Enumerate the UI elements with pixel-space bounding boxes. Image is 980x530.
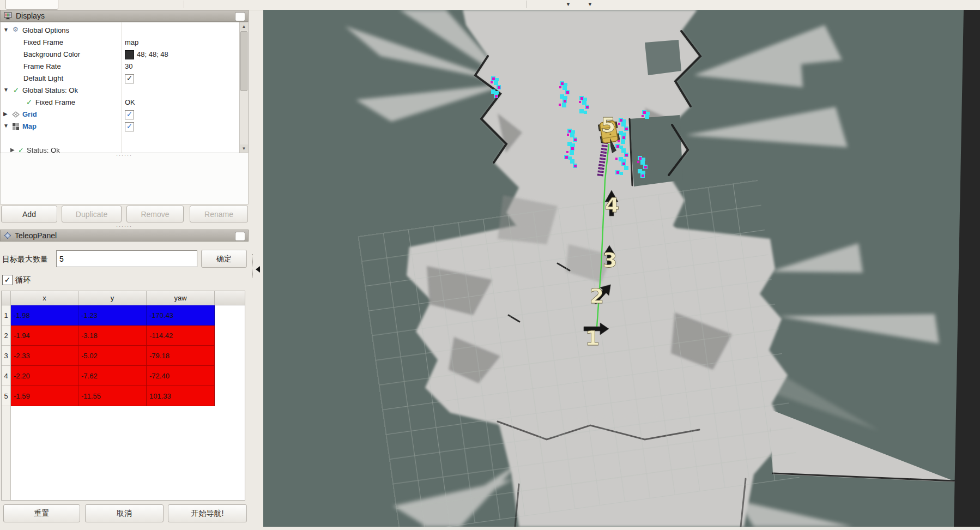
tree-value[interactable]: 30 <box>125 62 132 70</box>
cell-yaw[interactable]: -114.42 <box>147 326 215 346</box>
remove-button[interactable]: Remove <box>126 206 184 222</box>
grid-icon <box>12 111 20 118</box>
tree-row-fixed-frame-status[interactable]: ✓ Fixed Frame OK <box>1 97 239 109</box>
column-header-x[interactable]: x <box>11 291 78 305</box>
cell-x[interactable]: -1.94 <box>11 326 78 346</box>
cell-yaw[interactable]: 101.33 <box>147 386 215 406</box>
expand-closed-icon[interactable]: ▶ <box>3 111 8 117</box>
rename-button[interactable]: Rename <box>190 206 248 222</box>
table-corner-cell <box>2 291 11 305</box>
cell-x[interactable]: -1.98 <box>11 305 78 326</box>
column-header-empty <box>215 291 245 305</box>
expand-closed-icon[interactable]: ▶ <box>10 147 15 153</box>
tree-row-global-options[interactable]: ▼ ⚙ Global Options <box>1 25 239 37</box>
cancel-button[interactable]: 取消 <box>85 504 164 522</box>
tree-label: Grid <box>22 110 37 118</box>
status-ok-check-icon: ✓ <box>18 146 24 153</box>
checkbox-checked[interactable]: ✓ <box>125 110 134 119</box>
display-monitor-icon <box>4 12 13 20</box>
cell-yaw[interactable]: -79.18 <box>147 346 215 366</box>
panel-collapse-icon[interactable] <box>256 266 260 273</box>
cell-y[interactable]: -3.18 <box>78 326 147 346</box>
tree-label: Map <box>22 122 37 130</box>
right-wall-band <box>954 10 980 527</box>
tree-row-fixed-frame[interactable]: Fixed Frame map <box>1 37 239 49</box>
teleop-panel-header[interactable]: TeleopPanel <box>0 230 249 242</box>
scroll-down-icon[interactable]: ▼ <box>240 144 248 153</box>
tree-label: Global Options <box>22 26 69 34</box>
row-number[interactable]: 4 <box>2 366 11 386</box>
reset-button[interactable]: 重置 <box>3 504 80 522</box>
waypoint-label-3: 3 <box>603 248 617 272</box>
displays-panel-header[interactable]: Displays <box>0 10 249 22</box>
cell-y[interactable]: -11.55 <box>78 386 147 406</box>
tree-column-divider <box>122 22 122 153</box>
cell-y[interactable]: -5.02 <box>78 346 147 366</box>
duplicate-button[interactable]: Duplicate <box>62 206 122 222</box>
teleop-panel-title: TeleopPanel <box>15 231 57 240</box>
row-number[interactable]: 1 <box>2 305 11 326</box>
row-number[interactable]: 5 <box>2 386 11 406</box>
confirm-button[interactable]: 确定 <box>201 250 247 268</box>
waypoint-label-2: 2 <box>590 284 604 308</box>
displays-empty-area <box>0 153 249 204</box>
column-header-y[interactable]: y <box>78 291 147 305</box>
tree-label: Fixed Frame <box>23 38 63 46</box>
goal-count-label: 目标最大数量 <box>2 255 48 264</box>
expand-open-icon[interactable]: ▼ <box>3 123 9 129</box>
row-number[interactable]: 2 <box>2 326 11 346</box>
cell-x[interactable]: -2.33 <box>11 346 78 366</box>
start-navigation-button[interactable]: 开始导航! <box>168 504 247 522</box>
loop-checkbox[interactable]: ✓ <box>2 275 13 285</box>
tree-label: Default Light <box>23 74 63 82</box>
tree-row-global-status[interactable]: ▼ ✓ Global Status: Ok <box>1 85 239 97</box>
column-header-yaw[interactable]: yaw <box>147 291 215 305</box>
cell-yaw[interactable]: -170.43 <box>147 305 215 326</box>
dropdown-arrow-icon[interactable]: ▼ <box>566 2 571 7</box>
cell-y[interactable]: -7.62 <box>78 366 147 386</box>
splitter-handle[interactable]: ······ <box>102 153 146 158</box>
tree-row-map-status-partial[interactable]: ▶ ✓ Status: Ok <box>1 144 239 153</box>
tree-scrollbar[interactable]: ▲ ▼ <box>239 22 248 153</box>
panel-diamond-icon <box>4 232 11 239</box>
splitter-handle[interactable]: ······ <box>102 224 146 229</box>
expand-open-icon[interactable]: ▼ <box>3 27 9 33</box>
tree-value[interactable]: map <box>125 38 138 46</box>
cell-x[interactable]: -1.59 <box>11 386 78 406</box>
cell-y[interactable]: -1.23 <box>78 305 147 326</box>
toolbar-button-partial[interactable] <box>5 0 58 10</box>
loop-label: 循环 <box>15 275 31 285</box>
scrollbar-thumb[interactable] <box>240 31 247 91</box>
panel-splitter[interactable] <box>252 254 253 278</box>
rviz-3d-viewport[interactable]: 1 2 3 4 5 <box>263 10 980 527</box>
add-button[interactable]: Add <box>1 206 57 222</box>
cell-x[interactable]: -2.20 <box>11 366 78 386</box>
gear-icon: ⚙ <box>13 26 19 33</box>
panel-float-button[interactable] <box>235 232 245 241</box>
color-swatch[interactable] <box>125 50 134 59</box>
tree-value[interactable]: 48; 48; 48 <box>137 50 168 58</box>
checkbox-checked[interactable]: ✓ <box>125 122 134 131</box>
scroll-up-icon[interactable]: ▲ <box>240 22 248 31</box>
map-icon <box>12 123 20 130</box>
tree-value: OK <box>125 98 135 106</box>
tree-label: Global Status: Ok <box>22 86 78 94</box>
tree-row-background-color[interactable]: Background Color 48; 48; 48 <box>1 49 239 61</box>
goal-count-input[interactable] <box>56 250 197 267</box>
tree-row-frame-rate[interactable]: Frame Rate 30 <box>1 61 239 73</box>
panel-float-button[interactable] <box>235 12 245 21</box>
tree-label: Fixed Frame <box>35 98 75 106</box>
top-toolbar: ▼ ▼ <box>0 0 980 10</box>
dropdown-arrow-icon[interactable]: ▼ <box>588 2 592 7</box>
tree-row-grid[interactable]: ▶ Grid ✓ <box>1 109 239 121</box>
tree-row-default-light[interactable]: Default Light ✓ <box>1 73 239 85</box>
waypoint-table[interactable]: x y yaw 1 -1.98 -1.23 -170.43 2 -1.94 -3… <box>1 291 245 501</box>
waypoint-label-5: 5 <box>601 113 615 137</box>
expand-open-icon[interactable]: ▼ <box>3 87 9 93</box>
cell-yaw[interactable]: -72.40 <box>147 366 215 386</box>
displays-tree[interactable]: ▼ ⚙ Global Options Fixed Frame map Backg… <box>0 22 249 153</box>
tree-row-map[interactable]: ▼ Map ✓ <box>1 121 239 132</box>
checkbox-checked[interactable]: ✓ <box>125 74 134 83</box>
row-number[interactable]: 3 <box>2 346 11 366</box>
waypoint-label-1: 1 <box>585 326 600 350</box>
